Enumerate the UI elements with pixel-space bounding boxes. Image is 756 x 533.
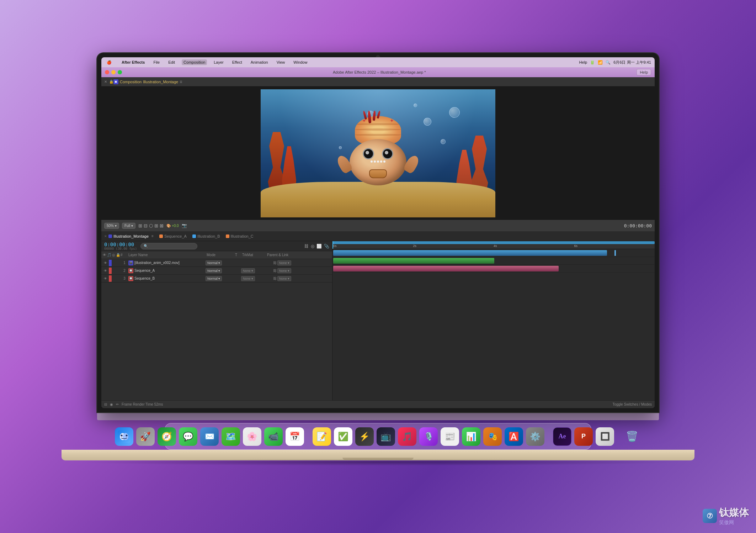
layer-bar-2[interactable] xyxy=(333,258,494,264)
menu-file[interactable]: File xyxy=(151,59,161,65)
layer-name-1[interactable]: [illustration_anim_v002.mov] xyxy=(134,261,206,265)
menu-view[interactable]: View xyxy=(275,59,287,65)
dock-icon-tv[interactable]: 📺 xyxy=(377,427,395,446)
dock: 🚀 🧭 💬 ✉️ 🗺️ 🌸 📹 📅 xyxy=(165,423,591,450)
trkmat-dropdown-3[interactable]: None ▾ xyxy=(241,276,255,281)
guides-icon[interactable]: ⊠ xyxy=(160,223,164,228)
tab-illustration-montage[interactable]: ✕ Illustration_Montage ≡ xyxy=(104,234,154,238)
camera-icon[interactable]: 📷 xyxy=(182,223,187,228)
quality-control[interactable]: Full ▾ xyxy=(122,223,135,229)
layer-parent-2: ⛓ None ▾ xyxy=(273,268,316,273)
layer-name-2[interactable]: Sequence_A xyxy=(134,269,206,273)
dock-icon-podcasts[interactable]: 🎙️ xyxy=(419,427,438,446)
dock-icon-news[interactable]: 📰 xyxy=(441,427,459,446)
app-name-menu[interactable]: After Effects xyxy=(120,59,147,65)
table-row[interactable]: 👁 2 🔲 Sequence_A Normal xyxy=(101,267,332,275)
maximize-button[interactable] xyxy=(118,70,122,74)
motion-sketch-btn[interactable]: ✏ xyxy=(116,402,119,406)
tl-camera-btn[interactable]: 📎 xyxy=(324,244,329,249)
trkmat-value-2: None xyxy=(243,269,251,273)
layer-parent-3: ⛓ None ▾ xyxy=(273,276,316,281)
layer-vis-3[interactable]: 👁 xyxy=(103,276,108,281)
dock-icon-sysprefs[interactable]: ⚙️ xyxy=(526,427,544,446)
render-queue-btn[interactable]: ⊟ xyxy=(104,402,107,406)
dock-icon-safari[interactable]: 🧭 xyxy=(158,427,176,446)
safe-zones-icon[interactable]: ⊟ xyxy=(144,223,148,228)
toggle-switches-modes[interactable]: Toggle Switches / Modes xyxy=(612,402,652,406)
dock-icon-photos[interactable]: 🌸 xyxy=(243,427,261,446)
dock-icon-launchpad[interactable]: 🚀 xyxy=(136,427,155,446)
tab-sequence-a[interactable]: Sequence_A xyxy=(159,234,187,238)
minimize-button[interactable] xyxy=(111,70,116,74)
mask-icon[interactable]: ⬡ xyxy=(149,223,153,228)
dock-icon-numbers[interactable]: 📊 xyxy=(462,427,480,446)
menu-search-icon[interactable]: 🔍 xyxy=(606,60,611,65)
timeline-tool-buttons: ⛓ ◎ ⬜ 📎 xyxy=(304,244,329,249)
dock-icon-appstore[interactable]: 🅰️ xyxy=(505,427,523,446)
panel-menu-icon[interactable]: ≡ xyxy=(180,79,182,84)
layer-mode-2: Normal ▾ xyxy=(206,268,234,273)
tc-main: 0:00:00:00 xyxy=(104,242,137,247)
tl-render-btn[interactable]: ⬜ xyxy=(316,244,322,249)
help-button[interactable]: Help xyxy=(637,69,651,75)
mode-dropdown-3[interactable]: Normal ▾ xyxy=(206,276,222,281)
dock-icon-reminders[interactable]: ✅ xyxy=(334,427,352,446)
tab-menu-icon[interactable]: ≡ xyxy=(151,234,154,238)
rulers-icon[interactable]: ⊞ xyxy=(154,223,158,228)
table-row[interactable]: 👁 3 🔲 Sequence_B Normal xyxy=(101,275,332,283)
dock-icon-mail[interactable]: ✉️ xyxy=(200,427,219,446)
menu-effect[interactable]: Effect xyxy=(230,59,244,65)
timeline-scrub-bar[interactable] xyxy=(332,241,655,244)
close-button[interactable] xyxy=(105,70,109,74)
apple-logo-icon[interactable]: 🍎 xyxy=(105,59,113,65)
timeline-left: 0:00:00:00 00000 (30.00 fps) 🔍 ⛓ ◎ xyxy=(101,241,332,400)
dock-icon-trash[interactable]: 🗑️ xyxy=(623,427,641,446)
layer-mode-1: Normal ▾ xyxy=(206,260,234,265)
tl-parent-link-btn[interactable]: ⛓ xyxy=(304,244,309,249)
dock-icon-messages[interactable]: 💬 xyxy=(179,427,197,446)
layer-vis-1[interactable]: 👁 xyxy=(103,260,108,265)
timeline-search-box[interactable]: 🔍 xyxy=(140,243,197,249)
composition-tab[interactable]: ▣ Composition Illustration_Montage xyxy=(113,79,178,84)
parent-link-icon-1: ⛓ xyxy=(273,261,277,265)
menu-composition[interactable]: Composition xyxy=(182,59,207,65)
mode-dropdown-2[interactable]: Normal ▾ xyxy=(206,268,222,273)
menu-window[interactable]: Window xyxy=(292,59,309,65)
dock-icon-calendar[interactable]: 📅 xyxy=(286,427,304,446)
menu-edit[interactable]: Edit xyxy=(166,59,177,65)
mode-dropdown-1[interactable]: Normal ▾ xyxy=(206,260,222,265)
layer-name-3[interactable]: Sequence_B xyxy=(134,276,206,280)
panel-close-icon[interactable]: ✕ xyxy=(104,80,107,84)
menu-layer[interactable]: Layer xyxy=(212,59,225,65)
tab-close-icon[interactable]: ✕ xyxy=(104,234,107,238)
dock-icon-music[interactable]: 🎵 xyxy=(398,427,416,446)
dock-icon-finder[interactable] xyxy=(115,427,133,446)
preview-btn[interactable]: ◉ xyxy=(110,402,113,406)
zoom-control[interactable]: 50% ▾ xyxy=(104,223,119,229)
layer-vis-2[interactable]: 👁 xyxy=(103,268,108,273)
table-row[interactable]: 👁 1 🎬 [illustration_anim_v002.mov] xyxy=(101,259,332,267)
dock-icon-powerpoint[interactable]: P xyxy=(574,427,593,446)
dock-icon-after-effects[interactable]: Ae xyxy=(553,427,571,446)
dock-icon-facetime[interactable]: 📹 xyxy=(264,427,283,446)
dock-icon-keynote[interactable]: 🎭 xyxy=(483,427,502,446)
parent-dropdown-2[interactable]: None ▾ xyxy=(277,268,291,273)
bar-end-handle-1[interactable] xyxy=(614,250,616,256)
layer-bar-3[interactable] xyxy=(333,266,559,271)
dock-icon-notes[interactable]: 📝 xyxy=(313,427,331,446)
tab-illustration-c[interactable]: Illustration_C xyxy=(226,234,254,238)
dock-icon-shortcuts[interactable]: ⚡ xyxy=(355,427,374,446)
trkmat-dropdown-2[interactable]: None ▾ xyxy=(241,268,255,273)
dock-icon-maps[interactable]: 🗺️ xyxy=(222,427,240,446)
layer-bar-1[interactable] xyxy=(333,250,607,256)
help-menu[interactable]: Help xyxy=(579,60,587,64)
parent-dropdown-1[interactable]: None ▾ xyxy=(277,260,291,265)
parent-dropdown-3[interactable]: None ▾ xyxy=(277,276,291,281)
tab-illustration-b[interactable]: Illustration_B xyxy=(192,234,220,238)
menu-animation[interactable]: Animation xyxy=(249,59,270,65)
grid-icon[interactable]: ⊞ xyxy=(138,223,142,228)
dock-icon-window[interactable]: 🔲 xyxy=(596,427,614,446)
tl-solo-btn[interactable]: ◎ xyxy=(311,244,314,249)
playhead[interactable] xyxy=(332,241,333,249)
panel-lock-icon[interactable]: 🔒 xyxy=(109,80,113,84)
